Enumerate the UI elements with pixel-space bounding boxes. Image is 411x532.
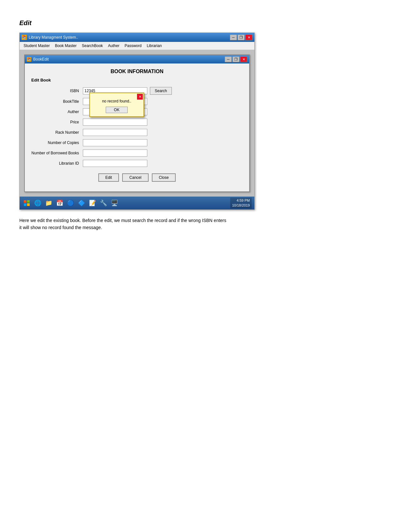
edit-button[interactable]: Edit xyxy=(98,173,119,182)
copies-input[interactable] xyxy=(83,139,147,146)
minimize-button[interactable]: ─ xyxy=(230,34,237,40)
taskbar-ie-icon[interactable]: 🌐 xyxy=(33,198,42,208)
taskbar-date: 10/18/2019 xyxy=(232,203,250,208)
taskbar-folder-icon[interactable]: 📁 xyxy=(44,198,53,208)
bottom-buttons: Edit Cancel Close xyxy=(31,173,243,186)
description: Here we edit the existing book. Before t… xyxy=(19,217,255,231)
taskbar-clock: 4:59 PM 10/18/2019 xyxy=(230,198,252,209)
menu-item-student-master[interactable]: Student Master xyxy=(21,43,52,49)
price-input[interactable] xyxy=(83,119,147,126)
svg-rect-1 xyxy=(27,200,30,203)
popup-ok-button[interactable]: OK xyxy=(106,107,127,113)
popup-overlay: ✕ no record found.. OK xyxy=(89,92,144,117)
taskbar-visual-studio-icon[interactable]: 🔷 xyxy=(77,198,86,208)
rack-number-row: Rack Number xyxy=(31,129,243,136)
book-info-heading: BOOK INFORMATION xyxy=(31,69,243,74)
edit-book-sub-heading: Edit Book xyxy=(31,78,243,82)
book-title-label: BookTitle xyxy=(31,99,83,104)
book-edit-content: BOOK INFORMATION Edit Book ISBN Search B… xyxy=(25,63,249,191)
isbn-label: ISBN xyxy=(31,89,83,93)
popup-dialog: ✕ no record found.. OK xyxy=(89,92,144,117)
menu-item-password[interactable]: Password xyxy=(122,43,144,49)
book-edit-window: 📚 BookEdit ─ ❐ ✕ BOOK INFORMATION Edit B… xyxy=(24,54,250,192)
author-label: Auther xyxy=(31,110,83,114)
rack-number-input[interactable] xyxy=(83,129,147,136)
taskbar-calendar-icon[interactable]: 📅 xyxy=(55,198,64,208)
librarian-id-label: Librarian ID xyxy=(31,161,83,166)
outer-window: 📚 Library Managment System.. ─ ❐ ✕ Stude… xyxy=(19,33,255,210)
outer-titlebar: 📚 Library Managment System.. ─ ❐ ✕ xyxy=(20,33,254,42)
svg-rect-2 xyxy=(24,203,26,206)
restore-button[interactable]: ❐ xyxy=(238,34,245,40)
popup-message: no record found.. xyxy=(90,93,143,107)
menu-item-auther[interactable]: Auther xyxy=(105,43,122,49)
page-title: Edit xyxy=(19,19,392,27)
borrowed-label: Number of Borrowed Books xyxy=(31,151,83,155)
rack-number-label: Rack Number xyxy=(31,130,83,135)
taskbar-time: 4:59 PM xyxy=(232,198,250,203)
menu-bar: Student Master Book Master SearchBook Au… xyxy=(20,42,254,50)
cancel-button[interactable]: Cancel xyxy=(122,173,148,182)
librarian-id-input[interactable] xyxy=(83,160,147,167)
copies-row: Number of Copies xyxy=(31,139,243,146)
librarian-id-row: Librarian ID xyxy=(31,160,243,167)
taskbar-tools-icon[interactable]: 🔧 xyxy=(99,198,108,208)
taskbar-word-icon[interactable]: 📝 xyxy=(88,198,97,208)
description-line1: Here we edit the existing book. Before t… xyxy=(19,218,226,223)
search-button[interactable]: Search xyxy=(150,87,172,95)
taskbar-app-icon[interactable]: 🖥️ xyxy=(110,198,119,208)
svg-rect-0 xyxy=(24,200,26,203)
menu-item-librarian[interactable]: Librarian xyxy=(144,43,164,49)
copies-label: Number of Copies xyxy=(31,140,83,145)
description-line2: it will show no record found the message… xyxy=(19,225,102,230)
close-button[interactable]: ✕ xyxy=(245,34,252,40)
book-edit-icon: 📚 xyxy=(27,57,31,62)
outer-window-title: Library Managment System.. xyxy=(29,35,78,40)
menu-item-search-book[interactable]: SearchBook xyxy=(79,43,105,49)
svg-rect-3 xyxy=(27,203,30,206)
inner-area: 📚 BookEdit ─ ❐ ✕ BOOK INFORMATION Edit B… xyxy=(20,50,254,197)
book-edit-title: BookEdit xyxy=(33,57,49,62)
popup-close-button[interactable]: ✕ xyxy=(137,94,143,100)
book-edit-titlebar: 📚 BookEdit ─ ❐ ✕ xyxy=(25,55,249,63)
close-button-form[interactable]: Close xyxy=(152,173,176,182)
book-edit-restore-button[interactable]: ❐ xyxy=(232,56,240,62)
app-icon: 📚 xyxy=(22,35,27,40)
price-row: Price xyxy=(31,119,243,126)
start-button[interactable] xyxy=(22,198,31,208)
book-edit-minimize-button[interactable]: ─ xyxy=(225,56,232,62)
taskbar: 🌐 📁 📅 🔵 🔷 📝 🔧 🖥️ 4:59 PM 10/18/2019 xyxy=(20,197,254,209)
borrowed-row: Number of Borrowed Books xyxy=(31,150,243,157)
book-edit-close-button[interactable]: ✕ xyxy=(240,56,247,62)
menu-item-book-master[interactable]: Book Master xyxy=(52,43,79,49)
borrowed-input[interactable] xyxy=(83,150,147,157)
price-label: Price xyxy=(31,120,83,124)
taskbar-chrome-icon[interactable]: 🔵 xyxy=(66,198,75,208)
